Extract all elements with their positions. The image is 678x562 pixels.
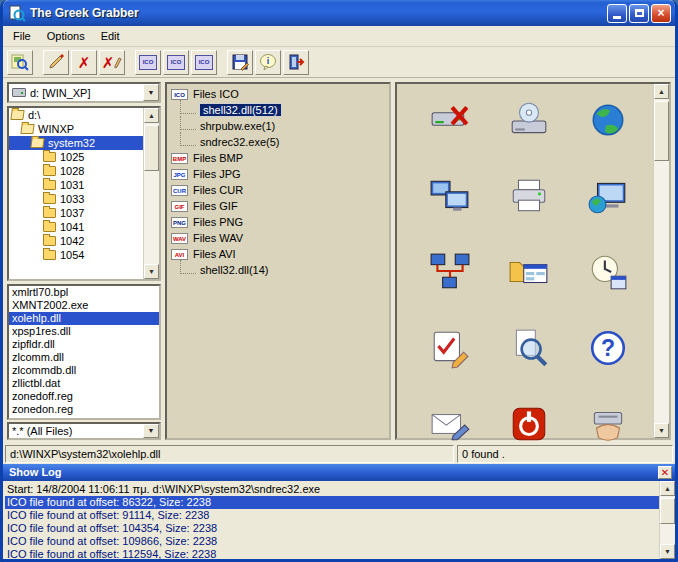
folder-item[interactable]: 1054	[9, 248, 143, 262]
tree-node[interactable]: BMPFiles BMP	[171, 150, 389, 166]
scroll-track[interactable]	[144, 123, 159, 264]
folder-item[interactable]: 1031	[9, 178, 143, 192]
tree-child[interactable]: shell32.dll(14)	[171, 262, 389, 278]
close-button[interactable]: ×	[651, 4, 671, 23]
tree-child-label[interactable]: shell32.dll(14)	[200, 264, 268, 276]
folder-window-icon[interactable]	[490, 250, 569, 294]
computer-globe-icon[interactable]	[568, 174, 647, 218]
folder-item[interactable]: 1033	[9, 192, 143, 206]
menu-edit[interactable]: Edit	[93, 28, 128, 44]
printer-icon[interactable]	[490, 174, 569, 218]
log-line[interactable]: Start: 14/8/2004 11:06:11 πμ. d:\WINXP\s…	[5, 483, 659, 496]
help-icon[interactable]: ?	[568, 326, 647, 370]
save-button[interactable]	[227, 50, 253, 75]
scheduled-task-icon[interactable]	[568, 250, 647, 294]
file-item-selected[interactable]: xolehlp.dll	[9, 312, 159, 325]
file-item[interactable]: zipfldr.dll	[9, 338, 159, 351]
chevron-down-icon[interactable]: ▼	[143, 84, 159, 101]
folder-list: d:\ WINXP system32 1025 1028 1031 1033 1…	[7, 106, 161, 281]
ico-32-button[interactable]: ICO	[163, 50, 189, 75]
file-item[interactable]: zlcomm.dll	[9, 351, 159, 364]
cur-badge-icon: CUR	[171, 185, 188, 196]
tree-child[interactable]: shell32.dll(512)	[171, 102, 389, 118]
maximize-button[interactable]	[629, 4, 649, 23]
tree-node[interactable]: AVIFiles AVI	[171, 246, 389, 262]
drive-combo[interactable]: d: [WIN_XP] ▼	[7, 82, 161, 103]
folder-item[interactable]: 1041	[9, 220, 143, 234]
folder-item[interactable]: 1042	[9, 234, 143, 248]
file-item[interactable]: zonedon.reg	[9, 403, 159, 416]
file-item[interactable]: xmlrtl70.bpl	[9, 286, 159, 299]
scroll-thumb[interactable]	[660, 498, 675, 524]
tree-node[interactable]: PNGFiles PNG	[171, 214, 389, 230]
tree-node[interactable]: JPGFiles JPG	[171, 166, 389, 182]
modify-button[interactable]	[43, 50, 69, 75]
ico-monitor-icon: ICO	[139, 55, 157, 70]
folder-label: 1031	[60, 179, 84, 191]
tree-child-label-selected[interactable]: shell32.dll(512)	[200, 104, 281, 116]
file-item[interactable]: xpsp1res.dll	[9, 325, 159, 338]
log-scrollbar[interactable]: ▲ ▼	[659, 481, 675, 559]
clear-all-button[interactable]: ✗	[99, 50, 125, 75]
file-item[interactable]: zlcommdb.dll	[9, 364, 159, 377]
filter-combo[interactable]: *.* (All Files) ▼	[7, 422, 161, 440]
chevron-down-icon[interactable]: ▼	[143, 424, 159, 438]
tree-node[interactable]: CURFiles CUR	[171, 182, 389, 198]
preview-scrollbar[interactable]: ▲ ▼	[653, 84, 669, 438]
search-icon[interactable]	[490, 326, 569, 370]
scroll-thumb[interactable]	[654, 101, 669, 161]
log-close-button[interactable]: ✕	[658, 466, 672, 479]
ico-16-button[interactable]: ICO	[135, 50, 161, 75]
cd-drive-icon[interactable]	[490, 98, 569, 142]
scroll-track[interactable]	[660, 496, 675, 544]
menu-options[interactable]: Options	[39, 28, 93, 44]
log-line[interactable]: ICO file found at offset: 112594, Size: …	[5, 548, 659, 559]
scroll-up-icon[interactable]: ▲	[660, 481, 675, 496]
log-line-selected[interactable]: ICO file found at offset: 86322, Size: 2…	[5, 496, 659, 509]
network-computers-icon[interactable]	[411, 174, 490, 218]
scroll-thumb[interactable]	[144, 125, 159, 171]
log-line[interactable]: ICO file found at offset: 104354, Size: …	[5, 522, 659, 535]
folder-item-selected[interactable]: system32	[9, 136, 143, 150]
tree-child-label[interactable]: shrpubw.exe(1)	[200, 120, 275, 132]
tree-child[interactable]: shrpubw.exe(1)	[171, 118, 389, 134]
scroll-up-icon[interactable]: ▲	[144, 108, 159, 123]
scroll-down-icon[interactable]: ▼	[660, 544, 675, 559]
file-item[interactable]: XMNT2002.exe	[9, 299, 159, 312]
menu-file[interactable]: File	[5, 28, 39, 44]
scroll-down-icon[interactable]: ▼	[144, 264, 159, 279]
info-button[interactable]: i	[255, 50, 281, 75]
minimize-button[interactable]	[607, 4, 627, 23]
tree-node[interactable]: WAVFiles WAV	[171, 230, 389, 246]
scroll-down-icon[interactable]: ▼	[654, 423, 669, 438]
log-line[interactable]: ICO file found at offset: 91114, Size: 2…	[5, 509, 659, 522]
scan-button[interactable]	[7, 50, 33, 75]
compose-mail-icon[interactable]	[411, 402, 490, 446]
file-item[interactable]: zllictbl.dat	[9, 377, 159, 390]
tree-child[interactable]: sndrec32.exe(5)	[171, 134, 389, 150]
ico-48-button[interactable]: ICO	[191, 50, 217, 75]
tree-node[interactable]: ICOFiles ICO	[171, 86, 389, 102]
power-icon[interactable]	[490, 402, 569, 446]
exit-button[interactable]	[283, 50, 309, 75]
network-nodes-icon[interactable]	[411, 250, 490, 294]
scroll-up-icon[interactable]: ▲	[654, 84, 669, 99]
folder-item[interactable]: d:\	[9, 108, 143, 122]
scroll-track[interactable]	[654, 99, 669, 423]
folder-item[interactable]: 1028	[9, 164, 143, 178]
internet-globe-icon[interactable]	[568, 98, 647, 142]
folder-item[interactable]: 1037	[9, 206, 143, 220]
tree-child-label[interactable]: sndrec32.exe(5)	[200, 136, 280, 148]
drive-error-icon[interactable]	[411, 98, 490, 142]
folder-item[interactable]: 1025	[9, 150, 143, 164]
file-item[interactable]: zonedoff.reg	[9, 390, 159, 403]
tree-node[interactable]: GIFFiles GIF	[171, 198, 389, 214]
folder-scrollbar[interactable]: ▲ ▼	[143, 108, 159, 279]
card-reader-icon[interactable]	[568, 402, 647, 446]
folder-icon	[43, 236, 56, 246]
task-check-icon[interactable]	[411, 326, 490, 370]
svg-text:i: i	[267, 56, 270, 66]
delete-button[interactable]: ✗	[71, 50, 97, 75]
folder-item[interactable]: WINXP	[9, 122, 143, 136]
log-line[interactable]: ICO file found at offset: 109866, Size: …	[5, 535, 659, 548]
